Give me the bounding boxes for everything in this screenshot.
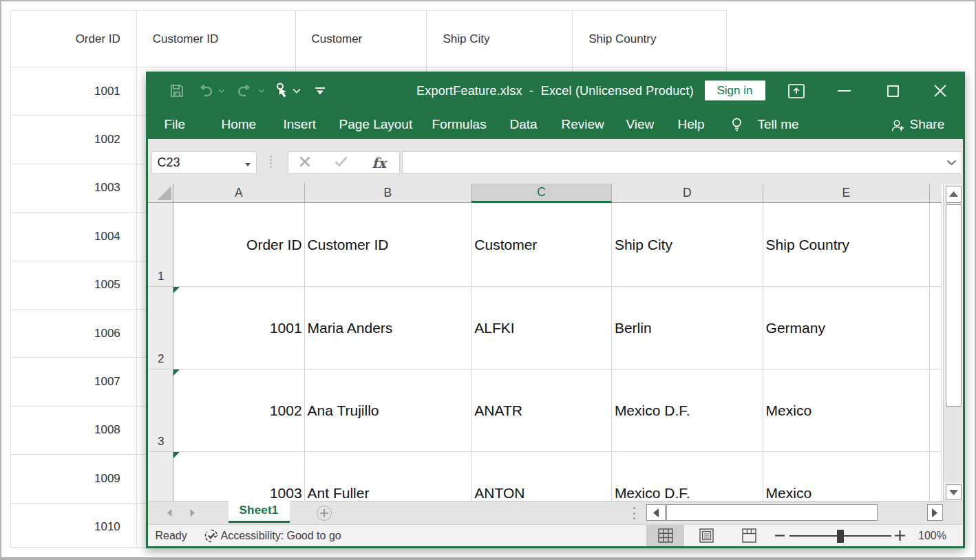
grid-cell-order-id: 1006	[11, 310, 137, 358]
cell-c2[interactable]: ALFKI	[471, 287, 612, 369]
cell-e2[interactable]: Germany	[763, 287, 931, 369]
cell-f1[interactable]	[930, 203, 942, 287]
tab-insert[interactable]: Insert	[284, 110, 317, 139]
vertical-scrollbar[interactable]	[943, 184, 963, 501]
error-indicator-icon	[173, 369, 180, 376]
cell-c1[interactable]: Customer	[471, 203, 612, 287]
cell-d1[interactable]: Ship City	[612, 203, 763, 287]
cell-d4[interactable]: Mexico D.F.	[612, 452, 763, 501]
cell-c4[interactable]: ANTON	[471, 452, 612, 501]
error-indicator-icon	[173, 287, 180, 293]
grid-cell-order-id: 1010	[11, 504, 137, 548]
cell-b1[interactable]: Customer ID	[305, 203, 472, 287]
cell-a4[interactable]: 1003	[173, 452, 305, 501]
cell-c3[interactable]: ANATR	[471, 369, 612, 452]
scroll-up-button[interactable]	[946, 186, 962, 203]
tab-data[interactable]: Data	[510, 110, 538, 139]
sheet-tab-sheet1[interactable]: Sheet1	[229, 501, 290, 523]
status-bar: Ready Accessibility: Good to go	[148, 524, 963, 546]
row-header-4[interactable]	[148, 452, 174, 501]
tab-home[interactable]: Home	[222, 110, 257, 139]
vertical-scroll-track[interactable]	[944, 407, 963, 482]
tab-help[interactable]: Help	[678, 110, 705, 139]
scroll-right-button[interactable]	[927, 504, 944, 521]
select-all-triangle-icon	[157, 186, 171, 200]
next-sheet-icon[interactable]	[190, 502, 195, 525]
insert-function-icon[interactable]: fx	[372, 155, 387, 171]
cell-e3[interactable]: Mexico	[763, 369, 931, 452]
cell-a2[interactable]: 1001	[173, 287, 305, 369]
page-bottom-edge	[1, 557, 975, 560]
share-icon[interactable]	[891, 111, 905, 140]
enter-icon[interactable]	[335, 156, 348, 169]
tab-tell-me[interactable]: Tell me	[758, 110, 799, 139]
tab-review[interactable]: Review	[562, 110, 604, 139]
row-header-1[interactable]: 1	[148, 203, 174, 287]
zoom-percentage[interactable]: 100%	[912, 525, 953, 547]
scroll-left-button[interactable]	[646, 504, 666, 521]
grid-cell-order-id: 1009	[11, 455, 137, 503]
ribbon-tab-bar: File Home Insert Page Layout Formulas Da…	[146, 110, 965, 139]
cell-b3[interactable]: Ana Trujillo	[305, 369, 472, 452]
formula-bar-expand-icon	[946, 160, 957, 166]
formula-input[interactable]	[402, 151, 962, 174]
row-header-3[interactable]: 3	[148, 369, 174, 452]
horizontal-scroll-thumb[interactable]	[666, 504, 878, 521]
page-break-view-button[interactable]	[730, 525, 768, 546]
tabbar-drag-handle[interactable]	[633, 507, 636, 519]
column-header-c-selected[interactable]: C	[471, 184, 612, 203]
column-header-d[interactable]: D	[612, 184, 763, 203]
grid-cell-order-id: 1005	[11, 261, 137, 310]
vertical-scroll-thumb[interactable]	[946, 204, 962, 407]
excel-window: ExportFeature.xlsx - Excel (Unlicensed P…	[146, 72, 965, 548]
name-box[interactable]: C23	[151, 151, 257, 174]
column-header-a[interactable]: A	[173, 184, 305, 203]
column-header-e[interactable]: E	[763, 184, 931, 203]
tab-file[interactable]: File	[165, 110, 186, 139]
tab-formulas[interactable]: Formulas	[432, 110, 487, 139]
name-box-value: C23	[158, 155, 180, 170]
grid-rows: 1 Order ID Customer ID Customer Ship Cit…	[148, 203, 963, 501]
zoom-in-button[interactable]	[893, 525, 907, 547]
cell-b2[interactable]: Maria Anders	[305, 287, 472, 369]
sheet-row-4: 1003 Ant Fuller ANTON Mexico D.F. Mexico	[148, 452, 963, 501]
page-layout-view-button[interactable]	[688, 525, 725, 546]
cancel-icon[interactable]	[299, 156, 310, 170]
grid-header-order-id: Order ID	[11, 11, 137, 67]
cell-d2[interactable]: Berlin	[612, 287, 763, 369]
row-header-2[interactable]: 2	[148, 287, 174, 369]
cell-f4[interactable]	[930, 452, 942, 501]
tab-view[interactable]: View	[626, 110, 655, 139]
normal-view-button[interactable]	[646, 525, 684, 546]
zoom-slider-thumb[interactable]	[837, 530, 844, 543]
grid-header-ship-country: Ship Country	[573, 11, 726, 67]
name-box-dropdown-icon[interactable]	[245, 157, 251, 169]
tell-me-bulb-icon[interactable]	[731, 111, 743, 140]
maximize-button[interactable]	[880, 72, 907, 110]
cell-f3[interactable]	[930, 369, 942, 452]
select-all-button[interactable]	[148, 184, 174, 203]
cell-a3[interactable]: 1002	[173, 369, 305, 452]
sign-in-button[interactable]: Sign in	[705, 80, 765, 100]
cell-e1[interactable]: Ship Country	[763, 203, 931, 287]
minimize-button[interactable]	[831, 72, 858, 110]
close-button[interactable]	[926, 72, 954, 110]
worksheet-area: A B C D E 1 Order ID Customer ID Custome…	[148, 184, 963, 501]
scroll-down-button[interactable]	[946, 484, 962, 500]
cell-a1[interactable]: Order ID	[173, 203, 305, 287]
previous-sheet-icon[interactable]	[167, 502, 172, 525]
new-sheet-button[interactable]	[317, 506, 332, 521]
tab-page-layout[interactable]: Page Layout	[339, 110, 413, 139]
status-accessibility[interactable]: Accessibility: Good to go	[221, 525, 341, 547]
ribbon-display-options-icon[interactable]	[783, 72, 810, 110]
cell-b4[interactable]: Ant Fuller	[305, 452, 472, 501]
error-indicator-icon	[173, 452, 180, 458]
cell-d3[interactable]: Mexico D.F.	[612, 369, 763, 452]
zoom-out-button[interactable]	[773, 525, 787, 547]
formula-bar-drag-handle[interactable]	[270, 155, 273, 168]
column-header-b[interactable]: B	[305, 184, 472, 203]
grid-header-ship-city: Ship City	[427, 11, 573, 67]
cell-f2[interactable]	[930, 287, 942, 369]
tab-share[interactable]: Share	[910, 110, 945, 139]
cell-e4[interactable]: Mexico	[763, 452, 931, 501]
